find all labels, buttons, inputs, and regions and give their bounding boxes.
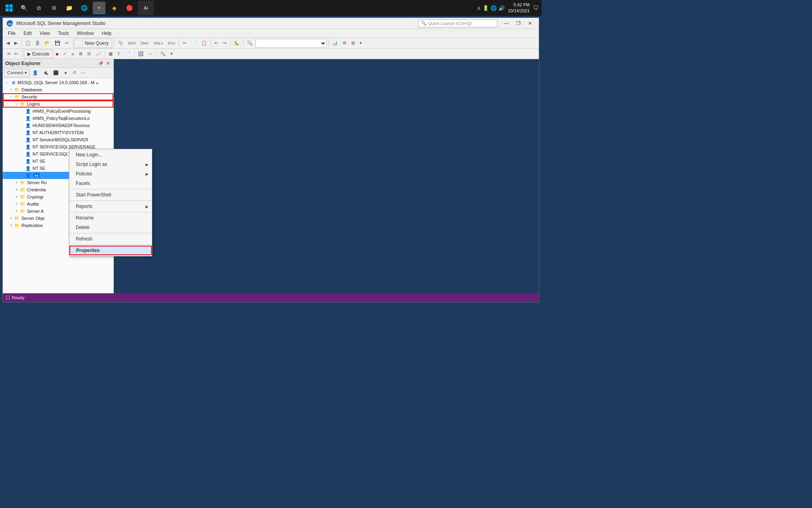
status-bar: ☐ Ready [3, 293, 539, 302]
ctx-start-powershell[interactable]: Start PowerShell [69, 190, 152, 200]
more2-btn[interactable]: ▾ [169, 50, 175, 58]
menu-help[interactable]: Help [98, 29, 115, 37]
dax-btn[interactable]: DAX [166, 39, 178, 48]
dmx-btn[interactable]: DMX [139, 39, 151, 48]
edge-taskbar-icon[interactable]: 🌐 [78, 2, 90, 14]
row2-btn[interactable]: ↔ [146, 50, 155, 58]
tree-login-2[interactable]: 👤 ##MS_PolicyTsqlExecutionLo [3, 115, 113, 122]
ctx-policies[interactable]: Policies ▶ [69, 169, 152, 179]
copy2-btn[interactable]: 📄 [189, 39, 199, 48]
new-db-btn[interactable]: 🗄 [33, 39, 42, 48]
terminal-taskbar-icon[interactable]: ▪ [93, 2, 105, 14]
save-btn[interactable]: 💾 [53, 39, 62, 48]
redo-btn[interactable]: ↪ [221, 39, 228, 48]
tree-logins[interactable]: − 📁 Logins [3, 100, 113, 108]
ctx-separator-3 [69, 212, 152, 212]
folder-taskbar-icon[interactable]: 📁 [63, 2, 75, 14]
oe-pin-icon[interactable]: 📌 [98, 60, 104, 67]
indent-btn[interactable]: ⇥ [4, 50, 12, 58]
oe-close-icon[interactable]: ✕ [105, 60, 111, 67]
tree-login-3[interactable]: 👤 HUNGSENHSIAEDF3\oomus [3, 122, 113, 129]
zoom-btn[interactable]: 🔍 [158, 50, 168, 58]
search-taskbar-icon[interactable]: 🔍 [17, 2, 30, 14]
new-query-button[interactable]: 📄 New Query [74, 38, 112, 48]
paste-btn[interactable]: 📋 [199, 39, 209, 48]
tree-server[interactable]: − 🖥 MSSQL (SQL Server 14.0.1000.169 - M … [3, 79, 113, 86]
xmla-btn[interactable]: XMLA [151, 39, 165, 48]
execute-button[interactable]: ▶ Execute [24, 50, 53, 58]
parse2-btn[interactable]: ≡ [69, 50, 76, 58]
search-btn[interactable]: 🔍 [245, 39, 255, 48]
back-button[interactable]: ◀ [4, 39, 11, 48]
oe-activity-btn[interactable]: 〰 [79, 69, 87, 77]
ctx-separator-4 [69, 233, 152, 233]
gear-taskbar-icon[interactable]: ⚙ [48, 2, 60, 14]
stop-btn[interactable]: ■ [54, 50, 61, 58]
parse-btn[interactable]: ✓ [61, 50, 69, 58]
tree-login-5[interactable]: 👤 NT Service\MSSQLSERVER [3, 136, 113, 143]
oe-connect-button[interactable]: Connect ▾ [4, 69, 30, 77]
oe-filter-btn[interactable]: 👤 [31, 69, 40, 77]
oe-stop-btn[interactable]: ⬛ [51, 69, 61, 77]
toolbar2-sep1 [22, 50, 22, 58]
ctx-reports[interactable]: Reports ▶ [69, 202, 152, 211]
undo2-btn[interactable]: ↩ [213, 39, 220, 48]
ctx-new-login[interactable]: New Login... [69, 150, 152, 160]
debug-btn[interactable]: 🐛 [232, 39, 241, 48]
oe-filter2-btn[interactable]: ▼ [61, 69, 70, 77]
menu-tools[interactable]: Tools [54, 29, 73, 37]
menu-edit[interactable]: Edit [20, 29, 35, 37]
grid-btn[interactable]: ▦ [107, 50, 115, 58]
tree-databases[interactable]: + 📁 Databases [3, 86, 113, 93]
menu-view[interactable]: View [36, 29, 54, 37]
tree-login-4[interactable]: 👤 NT AUTHORITY\SYSTEM [3, 129, 113, 136]
ssms-taskbar-icon[interactable]: ◆ [108, 2, 121, 14]
ctx-delete[interactable]: Delete [69, 223, 152, 232]
toolbar-separator-3 [114, 39, 114, 47]
undo-btn[interactable]: ↩ [63, 39, 71, 48]
task-view-icon[interactable]: ⧉ [33, 2, 45, 14]
display-btn[interactable]: ⊞ [77, 50, 84, 58]
more-btn[interactable]: ▾ [358, 39, 364, 48]
restore-button[interactable]: ❐ [513, 19, 524, 28]
attach-btn[interactable]: 📎 [116, 39, 125, 48]
quick-launch-input[interactable]: 🔍 Quick Launch (Ctrl+Q) [418, 19, 498, 27]
oe-disconnect-btn[interactable]: 🔌 [41, 69, 50, 77]
layout-btn[interactable]: ⊞ [349, 39, 357, 48]
oe-refresh-btn[interactable]: ↺ [71, 69, 78, 77]
menu-window[interactable]: Window [73, 29, 98, 37]
copy-btn[interactable]: 📋 [23, 39, 33, 48]
tree-security[interactable]: − 📁 Security [3, 93, 113, 100]
editor-area[interactable] [114, 59, 539, 293]
close-button[interactable]: ✕ [525, 19, 536, 28]
app2-taskbar-icon[interactable]: 🔴 [123, 2, 136, 14]
security-expand-icon: − [8, 94, 14, 100]
menu-file[interactable]: File [4, 29, 19, 37]
ctx-rename[interactable]: Rename [69, 213, 152, 223]
rownum-btn[interactable]: 🔢 [136, 50, 146, 58]
ctx-refresh[interactable]: Refresh [69, 234, 152, 244]
forward-button[interactable]: ▶ [12, 39, 19, 48]
database-dropdown[interactable] [255, 39, 327, 48]
ready-checkbox-icon: ☐ [6, 295, 10, 300]
settings-btn[interactable]: ⚙ [341, 39, 349, 48]
minimize-button[interactable]: — [501, 19, 512, 28]
ctx-properties[interactable]: Properties [69, 246, 152, 255]
ctx-script-login-as[interactable]: Script Login as ▶ [69, 160, 152, 169]
open-btn[interactable]: 📂 [42, 39, 52, 48]
cut-btn[interactable]: ✂ [181, 39, 188, 48]
report-btn[interactable]: 📊 [330, 39, 340, 48]
tree-login-1[interactable]: 👤 ##MS_PolicyEventProcessing [3, 108, 113, 115]
chevron-icon[interactable]: ∧ [477, 5, 481, 11]
mdx-btn[interactable]: MDX [126, 39, 138, 48]
file-btn[interactable]: 📄 [123, 50, 132, 58]
ctx-facets[interactable]: Facets [69, 179, 152, 188]
ai-taskbar-label[interactable]: Ai [138, 1, 154, 15]
text-btn[interactable]: T [115, 50, 122, 58]
outdent-btn[interactable]: ⇤ [13, 50, 20, 58]
taskbar-clock[interactable]: 5:42 PM 10/14/2021 [508, 2, 530, 14]
windows-logo-icon[interactable] [3, 2, 15, 14]
plan-btn[interactable]: ⊟ [85, 50, 93, 58]
notification-icon[interactable]: 🗨 [533, 5, 538, 11]
stats-btn[interactable]: 📈 [94, 50, 103, 58]
